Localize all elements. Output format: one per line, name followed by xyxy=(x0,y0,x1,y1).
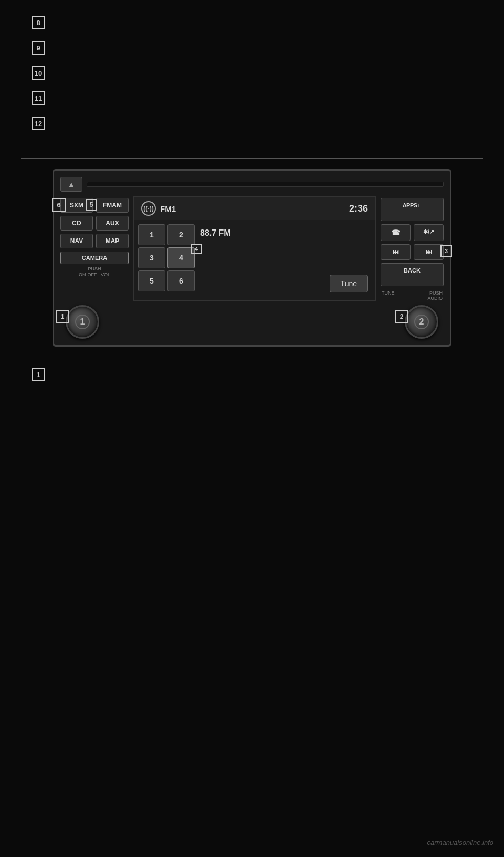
tune-knob-inner: 2 xyxy=(414,315,429,329)
annotations-bottom: 1 xyxy=(0,357,504,409)
map-button[interactable]: MAP xyxy=(96,234,129,248)
badge-10: 10 xyxy=(32,66,45,80)
screen-time: 2:36 xyxy=(349,203,368,214)
star-slash-button[interactable]: ✱/↗ xyxy=(414,224,444,241)
preset-3-button[interactable]: 3 xyxy=(138,247,165,268)
preset-6-button[interactable]: 6 xyxy=(167,270,195,291)
preset-2-button[interactable]: 2 xyxy=(167,224,195,245)
annotation-item-9: 9 xyxy=(32,41,472,55)
preset-5-button[interactable]: 5 xyxy=(138,270,165,291)
annotations-top: 8 9 10 11 12 xyxy=(0,0,504,152)
preset-grid: 1 2 3 4 4 5 6 xyxy=(138,224,195,291)
badge-4: 4 xyxy=(191,244,202,254)
badge-8: 8 xyxy=(32,16,45,29)
prev-icon: ⏮ xyxy=(393,248,399,256)
annotation-item-1: 1 xyxy=(32,368,472,381)
right-row-3: ⏮ ⏭ 3 xyxy=(381,244,444,260)
audio-label-right: PUSHAUDIO xyxy=(427,290,443,301)
radio-main-body: 6 5 SXM FMAM CD AUX NAV xyxy=(60,196,444,301)
badge-11: 11 xyxy=(32,91,45,105)
camera-button[interactable]: CAMERA xyxy=(60,252,129,264)
right-row-2: ☎ ✱/↗ xyxy=(381,224,444,241)
volume-knob[interactable]: 1 xyxy=(66,305,99,339)
preset-1-button[interactable]: 1 xyxy=(138,224,165,245)
center-screen: ((·)) FM1 2:36 1 2 3 4 4 xyxy=(133,196,376,301)
watermark: carmanualsonline.info xyxy=(427,839,494,846)
screen-header: ((·)) FM1 2:36 xyxy=(134,197,375,220)
screen-source-info: ((·)) FM1 xyxy=(141,201,176,216)
badge-6: 6 xyxy=(52,198,66,212)
badge-9: 9 xyxy=(32,41,45,55)
back-button[interactable]: BACK xyxy=(381,263,444,286)
eject-button[interactable]: ▲ xyxy=(60,177,82,192)
badge-2-knob: 2 xyxy=(395,310,408,323)
annotation-item-8: 8 xyxy=(32,16,472,29)
left-panel: 5 SXM FMAM CD AUX NAV MAP CAMERA xyxy=(60,196,129,264)
left-row-1: 5 SXM FMAM xyxy=(60,198,129,213)
vol-label: PUSHON-OFF VOL xyxy=(79,266,110,278)
frequency-value: 88.7 FM xyxy=(200,228,231,238)
radio-signal-icon: ((·)) xyxy=(141,201,156,216)
left-row-4: CAMERA xyxy=(60,252,129,264)
preset-4-button[interactable]: 4 4 xyxy=(167,247,195,268)
radio-top-strip: ▲ xyxy=(60,177,444,192)
prev-button[interactable]: ⏮ xyxy=(381,244,411,260)
annotation-item-12: 12 xyxy=(32,117,472,130)
tune-label-right: TUNE xyxy=(382,290,395,301)
section-divider xyxy=(21,158,483,159)
right-panel: APPS □ ☎ ✱/↗ ⏮ ⏭ 3 xyxy=(381,196,444,301)
knobs-row: 1 1 2 2 xyxy=(60,305,444,339)
annotation-item-11: 11 xyxy=(32,91,472,105)
left-row-3: NAV MAP xyxy=(60,234,129,248)
knob-2-number: 2 xyxy=(419,317,424,327)
aux-button[interactable]: AUX xyxy=(96,216,129,231)
tune-area: Tune xyxy=(330,275,368,292)
apps-button[interactable]: APPS □ xyxy=(381,198,444,221)
cd-slot xyxy=(87,182,444,187)
badge-1-knob: 1 xyxy=(56,310,69,323)
star-icon: ✱/↗ xyxy=(423,228,434,235)
radio-unit: ▲ 6 5 SXM FMAM CD A xyxy=(52,169,452,347)
badge-12: 12 xyxy=(32,117,45,130)
badge-1-bottom: 1 xyxy=(32,368,45,381)
knob-1-number: 1 xyxy=(80,317,85,327)
annotation-item-10: 10 xyxy=(32,66,472,80)
right-knob-wrap: 2 2 xyxy=(405,305,438,339)
cd-button[interactable]: CD xyxy=(60,216,93,231)
volume-knob-inner: 1 xyxy=(75,315,90,329)
left-panel-wrapper: 6 5 SXM FMAM CD AUX NAV xyxy=(60,196,129,301)
tune-button[interactable]: Tune xyxy=(330,275,368,292)
tune-knob[interactable]: 2 xyxy=(405,305,438,339)
next-button[interactable]: ⏭ xyxy=(414,244,444,260)
nav-button[interactable]: NAV xyxy=(60,234,93,248)
badge-3: 3 xyxy=(440,245,452,257)
badge-5: 5 xyxy=(86,199,97,211)
source-label: FM1 xyxy=(160,204,176,213)
left-row-2: CD AUX xyxy=(60,216,129,231)
phone-button[interactable]: ☎ xyxy=(381,224,411,241)
fmam-button[interactable]: FMAM xyxy=(96,198,129,213)
frequency-display: 88.7 FM xyxy=(200,224,231,291)
vol-label-area: PUSHON-OFF VOL xyxy=(60,266,129,278)
next-icon: ⏭ xyxy=(426,248,432,256)
left-knob-wrap: 1 1 xyxy=(66,305,99,339)
phone-icon: ☎ xyxy=(391,228,400,237)
